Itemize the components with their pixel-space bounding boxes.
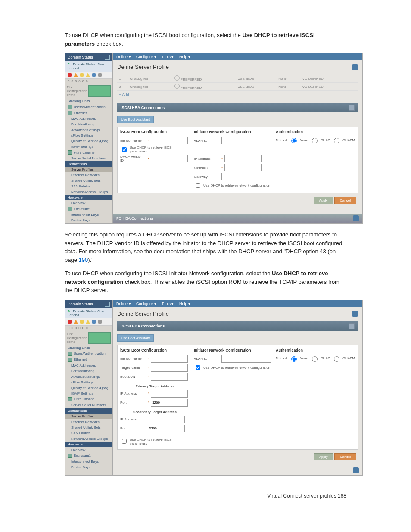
secondary-ip-input[interactable]	[148, 416, 185, 423]
collapse-icon[interactable]	[105, 55, 110, 60]
collapse-icon[interactable]	[349, 323, 355, 329]
sidebar-item-fibre[interactable]: Fibre Channel	[65, 396, 112, 402]
sidebar-item-users[interactable]: Users/Authentication	[65, 104, 112, 110]
find-config-row[interactable]: Find Configuration Items	[65, 84, 112, 98]
sidebar-item[interactable]: Device Bays	[65, 218, 112, 223]
legend-row[interactable]: ↻ Domain Status View Legend...	[65, 61, 112, 72]
menu-define[interactable]: Define ▾	[116, 55, 131, 59]
netmask-input[interactable]	[224, 164, 262, 171]
sidebar-item-server-profiles[interactable]: Server Profiles	[65, 414, 112, 419]
auth-none-radio[interactable]	[291, 356, 297, 362]
menu-help[interactable]: Help ▾	[179, 55, 190, 59]
menu-tools[interactable]: Tools ▾	[162, 302, 174, 306]
find-go-button[interactable]	[88, 85, 111, 97]
resize-icon[interactable]	[353, 215, 359, 221]
sidebar-item[interactable]: Port Monitoring	[65, 121, 112, 127]
sidebar-item[interactable]: Overview	[65, 447, 112, 453]
cancel-button[interactable]: Cancel	[334, 453, 356, 460]
col-title: Authentication	[276, 348, 355, 352]
help-icon[interactable]	[352, 64, 358, 70]
sidebar-item[interactable]: Quality of Service (QoS)	[65, 138, 112, 144]
menu-configure[interactable]: Configure ▾	[136, 302, 156, 306]
auth-none-radio[interactable]	[291, 138, 297, 143]
auth-chap-radio[interactable]	[312, 138, 318, 143]
sidebar-item[interactable]: Network Access Groups	[65, 436, 112, 442]
sidebar-item[interactable]: IGMP Settings	[65, 391, 112, 396]
boot-assistant-button[interactable]: Use Boot Assistant	[117, 116, 154, 123]
sidebar-item[interactable]: Server Serial Numbers	[65, 156, 112, 161]
sidebar-item-stacking[interactable]: Stacking Links	[65, 98, 112, 104]
sidebar-item-enclosure[interactable]: Enclosure1	[65, 206, 112, 212]
secondary-port-input[interactable]	[148, 425, 185, 432]
sidebar-item[interactable]: Network Access Groups	[65, 189, 112, 195]
add-connection-link[interactable]: + Add	[117, 91, 358, 99]
sidebar-item[interactable]: Quality of Service (QoS)	[65, 385, 112, 391]
sidebar-item-ethernet[interactable]: Ethernet	[65, 357, 112, 363]
legend-row[interactable]: ↻ Domain Status View Legend...	[65, 308, 112, 318]
gateway-input[interactable]	[221, 173, 258, 180]
sidebar-item[interactable]: sFlow Settings	[65, 380, 112, 385]
sidebar-item[interactable]: Shared Uplink Sets	[65, 425, 112, 430]
table-row[interactable]: 2 Unassigned PREFERRED USE-BIOS None VC-…	[117, 83, 358, 91]
sidebar-item[interactable]: MAC Addresses	[65, 363, 112, 368]
sidebar-item[interactable]: Interconnect Bays	[65, 459, 112, 464]
sidebar-item[interactable]: Overview	[65, 200, 112, 206]
boot-lun-input[interactable]	[151, 373, 188, 381]
sidebar-item[interactable]: MAC Addresses	[65, 116, 112, 121]
menu-help[interactable]: Help ▾	[179, 302, 190, 306]
apply-button[interactable]: Apply	[314, 197, 333, 204]
sidebar-connections-head: Connections	[65, 408, 112, 414]
cancel-button[interactable]: Cancel	[334, 197, 356, 204]
sidebar-item[interactable]: Advanced Settings	[65, 127, 112, 133]
auth-chapm-radio[interactable]	[334, 138, 339, 143]
menu-configure[interactable]: Configure ▾	[136, 55, 156, 59]
initiator-name-input[interactable]	[151, 355, 188, 363]
primary-ip-input[interactable]	[151, 390, 188, 398]
vlan-input[interactable]	[221, 355, 271, 363]
help-icon[interactable]	[352, 311, 358, 317]
find-config-row[interactable]: Find Configuration Items	[65, 331, 112, 345]
collapse-icon[interactable]	[105, 302, 110, 307]
sidebar-item-stacking[interactable]: Stacking Links	[65, 345, 112, 351]
label: VLAN ID	[194, 139, 220, 143]
sidebar-item[interactable]: Advanced Settings	[65, 374, 112, 380]
auth-chapm-radio[interactable]	[334, 356, 339, 362]
dhcp-iscsi-checkbox[interactable]	[122, 439, 127, 444]
initiator-name-input[interactable]	[151, 137, 188, 144]
ip-input[interactable]	[224, 155, 262, 162]
primary-port-input[interactable]	[151, 399, 188, 407]
sidebar-item[interactable]: sFlow Settings	[65, 133, 112, 138]
apply-button[interactable]: Apply	[314, 453, 333, 460]
sidebar-item[interactable]: Port Monitoring	[65, 368, 112, 374]
sidebar-item[interactable]: Shared Uplink Sets	[65, 178, 112, 184]
sidebar-item[interactable]: SAN Fabrics	[65, 184, 112, 189]
sidebar-item-fibre[interactable]: Fibre Channel	[65, 149, 112, 156]
sidebar-item-users[interactable]: Users/Authentication	[65, 351, 112, 357]
dhcp-iscsi-checkbox[interactable]	[122, 147, 127, 152]
sidebar-item[interactable]: SAN Fabrics	[65, 430, 112, 436]
dhcp-net-checkbox[interactable]	[196, 365, 200, 370]
collapse-icon[interactable]	[349, 105, 355, 111]
sidebar-item[interactable]: Interconnect Bays	[65, 212, 112, 218]
sidebar-item-ethernet[interactable]: Ethernet	[65, 110, 112, 116]
resize-icon[interactable]	[353, 467, 359, 473]
menu-tools[interactable]: Tools ▾	[162, 55, 174, 59]
auth-chap-radio[interactable]	[312, 356, 318, 362]
menu-define[interactable]: Define ▾	[116, 302, 131, 306]
find-go-button[interactable]	[88, 332, 111, 344]
sidebar-item[interactable]: Ethernet Networks	[65, 172, 112, 178]
dhcp-net-checkbox[interactable]	[196, 183, 200, 188]
sidebar-item[interactable]: IGMP Settings	[65, 144, 112, 149]
target-name-input[interactable]	[151, 364, 188, 372]
table-row[interactable]: 1 Unassigned PREFERRED USE-BIOS None VC-…	[117, 75, 358, 83]
boot-assistant-button[interactable]: Use Boot Assistant	[117, 334, 154, 342]
sidebar-item[interactable]: Server Serial Numbers	[65, 402, 112, 408]
sidebar-item-server-profiles[interactable]: Server Profiles	[65, 167, 112, 172]
dhcp-vendor-input[interactable]	[151, 155, 188, 162]
page-link-190[interactable]: 190	[79, 257, 88, 263]
sidebar-item[interactable]: Device Bays	[65, 464, 112, 470]
sidebar-item-enclosure[interactable]: Enclosure1	[65, 453, 112, 459]
sidebar-item[interactable]: Ethernet Networks	[65, 419, 112, 425]
vlan-input[interactable]	[221, 137, 271, 144]
domain-status-header: Domain Status	[65, 53, 112, 61]
